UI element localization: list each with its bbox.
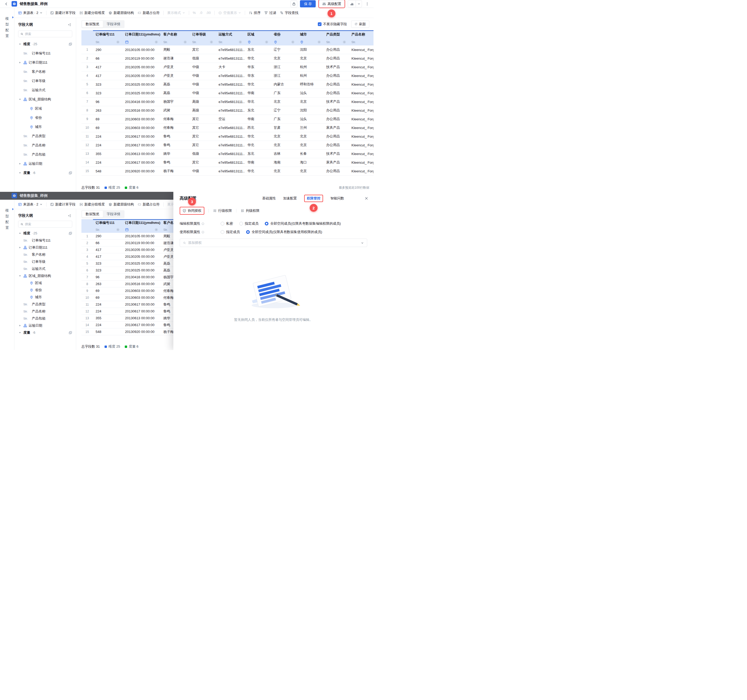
tree-section-header[interactable]: 维度·25 <box>18 230 75 237</box>
tab-permission-control[interactable]: 权限管控 <box>307 196 321 200</box>
add-copy-icon[interactable] <box>68 42 72 46</box>
save-button[interactable]: 保 存 <box>300 0 316 8</box>
new-placeholder-button[interactable]: 新建占位符 <box>138 11 160 15</box>
radio-edit-all-members[interactable]: 全部空间成员(仅限具有数据集编辑权限的成员) <box>265 221 341 226</box>
tree-item[interactable]: 订单日期111 <box>18 58 75 67</box>
tree-item[interactable]: 区域_层级结构 <box>18 272 75 279</box>
gear-icon[interactable] <box>154 40 158 44</box>
bar-chart-button[interactable] <box>348 0 356 7</box>
source-table-button[interactable]: 来源表 · 2 <box>18 202 42 207</box>
column-header[interactable]: 省份 <box>271 32 297 37</box>
add-copy-icon[interactable] <box>68 171 72 175</box>
radio-private[interactable]: 私密 <box>221 221 233 226</box>
column-header[interactable]: 区域 <box>245 32 271 37</box>
column-header[interactable]: 城市 <box>297 32 324 37</box>
tree-item[interactable]: Str.订单编号111 <box>18 237 75 244</box>
field-search-input[interactable]: 搜索 <box>18 221 72 227</box>
close-button[interactable] <box>364 197 368 200</box>
gear-icon[interactable] <box>183 40 187 44</box>
hide-hidden-fields-checkbox[interactable]: 不展示隐藏字段 <box>318 22 347 27</box>
tree-item[interactable]: Str.订单编号111 <box>18 48 75 58</box>
tree-item[interactable]: Str.产品类型 <box>18 131 75 141</box>
column-header[interactable]: 订单日期111(ymdhms) <box>122 220 161 225</box>
gear-icon[interactable] <box>317 40 321 44</box>
add-authorization-select[interactable]: 添加授权 <box>180 239 367 247</box>
tree-item[interactable]: 区域 <box>18 279 75 286</box>
column-header[interactable]: 订单编号111 <box>93 220 122 225</box>
collapse-panel-button[interactable] <box>67 22 72 27</box>
tab-data-preview[interactable]: 数据预览 <box>82 211 103 218</box>
source-table-button[interactable]: 来源表 · 2 <box>18 11 42 15</box>
gear-icon[interactable] <box>210 40 213 44</box>
subtab-collab-authorization[interactable]: 协同授权 <box>183 208 201 213</box>
tree-item[interactable]: Str.订单等级 <box>18 76 75 85</box>
more-menu-button[interactable] <box>364 1 370 6</box>
new-group-dimension-button[interactable]: 新建分组维度 <box>79 202 105 207</box>
rail-expand-icon[interactable] <box>12 16 14 18</box>
tree-section-header[interactable]: 维度·25 <box>18 39 75 48</box>
tree-section-header[interactable]: 度量·6 <box>18 168 75 177</box>
tree-item[interactable]: Str.客户名称 <box>18 251 75 258</box>
tree-item[interactable]: Str.产品包箱 <box>18 315 75 322</box>
column-header[interactable]: 订单等级 <box>190 32 216 37</box>
subtab-column-permission[interactable]: 列级权限 <box>240 208 260 213</box>
subtab-row-permission[interactable]: 行级权限 <box>213 208 232 213</box>
advanced-config-button[interactable]: 高级配置 <box>319 0 344 8</box>
tree-item[interactable]: Str.产品包箱 <box>18 150 75 159</box>
collapse-panel-button[interactable] <box>67 213 72 218</box>
tree-item[interactable]: Str.运输方式 <box>18 85 75 95</box>
new-placeholder-button[interactable]: 新建占位符 <box>138 202 160 207</box>
column-header[interactable]: 运输方式 <box>216 32 245 37</box>
tab-field-detail[interactable]: 字段详情 <box>103 21 124 27</box>
tab-field-detail[interactable]: 字段详情 <box>103 211 124 218</box>
filter-button[interactable]: 过滤 <box>264 11 276 15</box>
gear-icon[interactable] <box>154 228 158 232</box>
tree-item[interactable]: 区域 <box>18 104 75 113</box>
column-header[interactable]: 产品名称 <box>349 32 374 37</box>
rail-model-config-tab[interactable]: 模型配置 <box>5 208 9 350</box>
column-header[interactable]: 客户名称 <box>161 32 190 37</box>
gear-icon[interactable] <box>116 228 120 232</box>
tree-item[interactable]: Str.产品名称 <box>18 141 75 150</box>
rail-model-config-tab[interactable]: 模型配置 <box>5 16 9 192</box>
column-header[interactable]: 产品类型 <box>324 32 349 37</box>
lock-button[interactable] <box>290 0 297 8</box>
new-calc-field-button[interactable]: 新建计算字段 <box>50 11 76 15</box>
tab-basic-properties[interactable]: 基础属性 <box>262 196 276 201</box>
tree-item[interactable]: 城市 <box>18 122 75 131</box>
tab-data-preview[interactable]: 数据预览 <box>82 21 103 27</box>
tab-acceleration-config[interactable]: 加速配置 <box>283 196 297 201</box>
gear-icon[interactable] <box>116 40 120 44</box>
column-header[interactable]: 订单编号111 <box>93 32 122 37</box>
rail-expand-icon[interactable] <box>12 208 14 210</box>
gear-icon[interactable] <box>343 40 346 44</box>
radio-use-all-members[interactable]: 全部空间成员(仅限具有数据集使用权限的成员) <box>246 230 322 234</box>
gear-icon[interactable] <box>291 40 295 44</box>
back-button[interactable] <box>4 1 9 6</box>
tree-section-header[interactable]: 度量·6 <box>18 329 75 336</box>
tree-item[interactable]: 城市 <box>18 294 75 301</box>
tree-item[interactable]: Str.运输方式 <box>18 265 75 272</box>
gear-icon[interactable] <box>239 40 242 44</box>
field-search-input[interactable]: 搜索 <box>18 30 72 37</box>
field-search-button[interactable]: 字段查找 <box>280 11 298 15</box>
refresh-button[interactable]: 刷新 <box>351 21 369 28</box>
tab-smart-query[interactable]: 智能问数 <box>330 196 344 201</box>
add-copy-icon[interactable] <box>68 331 72 335</box>
tree-item[interactable]: 区域_层级结构 <box>18 95 75 104</box>
new-hierarchy-button[interactable]: 新建层级结构 <box>109 11 134 15</box>
new-group-dimension-button[interactable]: 新建分组维度 <box>79 11 105 15</box>
back-button[interactable] <box>4 193 9 198</box>
tree-item[interactable]: 运输日期 <box>18 159 75 168</box>
tree-item[interactable]: 运输日期 <box>18 322 75 329</box>
radio-use-specified-members[interactable]: 指定成员 <box>221 230 240 234</box>
gear-icon[interactable] <box>265 40 268 44</box>
tree-item[interactable]: 省份 <box>18 286 75 294</box>
tree-item[interactable]: 省份 <box>18 113 75 122</box>
tree-item[interactable]: Str.客户名称 <box>18 67 75 76</box>
sort-button[interactable]: 排序 <box>249 11 260 15</box>
radio-edit-specified-members[interactable]: 指定成员 <box>239 221 259 226</box>
tree-item[interactable]: Str.订单等级 <box>18 258 75 265</box>
new-calc-field-button[interactable]: 新建计算字段 <box>50 202 76 207</box>
tree-item[interactable]: Str.产品名称 <box>18 308 75 315</box>
